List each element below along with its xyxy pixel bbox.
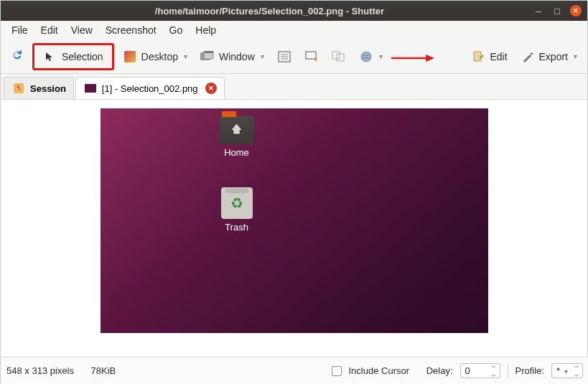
- menu-view[interactable]: View: [65, 23, 99, 37]
- window-icon: [200, 50, 215, 64]
- tooltip-capture-button[interactable]: [300, 47, 323, 67]
- redo-button[interactable]: [6, 46, 28, 67]
- file-size: 78KiB: [91, 365, 116, 376]
- menu-file[interactable]: File: [5, 23, 34, 37]
- separator: [508, 363, 508, 379]
- svg-rect-16: [85, 84, 96, 93]
- globe-icon: [359, 50, 373, 64]
- menu-capture-icon: [277, 50, 291, 64]
- arrow-annotation: [391, 53, 434, 60]
- svg-marker-13: [426, 55, 434, 62]
- chevron-down-icon: ▾: [184, 52, 187, 60]
- include-cursor-label: Include Cursor: [349, 365, 410, 376]
- profile-label: Profile:: [515, 365, 544, 376]
- window-button[interactable]: Window ▾: [196, 47, 269, 67]
- export-label: Export: [539, 51, 568, 62]
- delay-label: Delay:: [426, 365, 453, 376]
- desktop-icon: [123, 50, 137, 64]
- tab-file[interactable]: [1] - Selection_002.png ✕: [75, 77, 225, 99]
- selection-label: Selection: [62, 51, 103, 62]
- home-label: Home: [212, 147, 262, 158]
- desktop-home-icon: Home: [212, 116, 262, 158]
- close-button[interactable]: [570, 5, 582, 17]
- redo-icon: [11, 49, 24, 64]
- tab-close-button[interactable]: ✕: [205, 83, 217, 94]
- desktop-label: Desktop: [141, 51, 178, 62]
- desktop-trash-icon: Trash: [212, 187, 262, 233]
- trash-label: Trash: [212, 222, 262, 233]
- menu-screenshot[interactable]: Screenshot: [99, 23, 163, 37]
- menu-capture-button[interactable]: [273, 47, 296, 67]
- chevron-down-icon: ▾: [261, 52, 264, 60]
- canvas-area: Home Trash: [1, 100, 587, 341]
- chevron-down-icon: ▾: [574, 52, 577, 60]
- menu-help[interactable]: Help: [189, 23, 223, 37]
- window-title: /home/taimoor/Pictures/Selection_002.png…: [6, 6, 533, 17]
- chevron-down-icon: ▾: [379, 52, 383, 60]
- tab-session[interactable]: Session: [4, 77, 74, 99]
- svg-point-11: [361, 52, 371, 62]
- menubar: File Edit View Screenshot Go Help: [1, 21, 587, 39]
- window-label: Window: [219, 51, 255, 62]
- file-tab-label: [1] - Selection_002.png: [102, 83, 198, 94]
- window-buttons: – □: [533, 5, 582, 17]
- edit-icon: [471, 50, 485, 64]
- web-capture-button[interactable]: ▾: [355, 47, 387, 67]
- include-cursor-checkbox[interactable]: [332, 366, 342, 376]
- delay-input[interactable]: 0: [460, 363, 500, 378]
- edit-label: Edit: [490, 51, 507, 62]
- maximize-button[interactable]: □: [551, 5, 563, 17]
- svg-rect-15: [14, 83, 24, 93]
- svg-rect-3: [204, 51, 213, 53]
- trash-bin-icon: [221, 187, 253, 219]
- svg-rect-9: [332, 52, 340, 59]
- titlebar: /home/taimoor/Pictures/Selection_002.png…: [1, 1, 587, 21]
- minimize-button[interactable]: –: [533, 5, 544, 17]
- file-thumb-icon: [83, 81, 98, 95]
- screenshot-preview[interactable]: Home Trash: [101, 108, 488, 333]
- area-capture-icon: [332, 50, 346, 64]
- tooltip-capture-icon: [304, 50, 319, 64]
- area-capture-button[interactable]: [327, 47, 350, 67]
- desktop-button[interactable]: Desktop ▾: [118, 47, 192, 67]
- menu-go[interactable]: Go: [163, 23, 190, 37]
- session-label: Session: [30, 83, 66, 94]
- statusbar: 548 x 313 pixels 78KiB Include Cursor De…: [1, 357, 588, 384]
- cursor-icon: [43, 50, 57, 64]
- session-icon: [11, 81, 26, 95]
- selection-button[interactable]: Selection: [32, 43, 114, 70]
- profile-select[interactable]: * ▾: [551, 363, 583, 378]
- export-icon: [521, 50, 535, 64]
- menu-edit[interactable]: Edit: [34, 23, 65, 37]
- image-dimensions: 548 x 313 pixels: [6, 365, 74, 376]
- edit-button[interactable]: Edit: [467, 47, 511, 67]
- toolbar: Selection Desktop ▾ Window ▾ ▾ Edit: [1, 39, 587, 74]
- export-button[interactable]: Export ▾: [516, 47, 582, 67]
- svg-rect-8: [306, 52, 316, 59]
- svg-rect-10: [337, 54, 344, 61]
- tab-bar: Session [1] - Selection_002.png ✕: [1, 74, 587, 100]
- svg-rect-14: [474, 52, 481, 61]
- home-folder-icon: [220, 116, 254, 144]
- svg-rect-0: [124, 51, 136, 62]
